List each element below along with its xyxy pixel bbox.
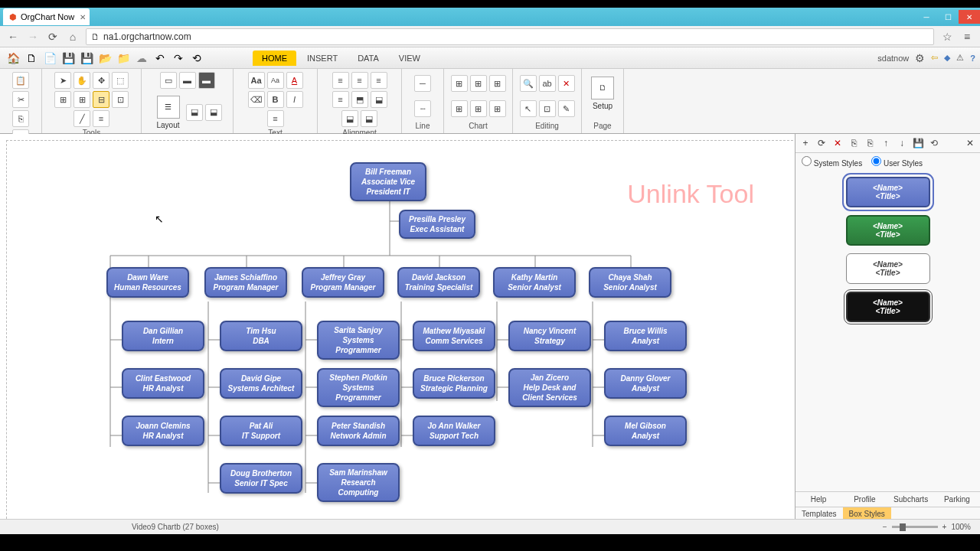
org-box[interactable]: Doug BrothertonSenior IT Spec xyxy=(220,463,302,494)
org-box[interactable]: Peter StandishNetwork Admin xyxy=(317,416,400,446)
org-box[interactable]: James SchiaffinoProgram Manager xyxy=(204,267,287,298)
move-tool[interactable]: ✥ xyxy=(93,72,109,89)
maximize-button[interactable]: ☐ xyxy=(937,10,959,24)
bold-button[interactable]: B xyxy=(267,91,284,108)
help-icon[interactable]: ? xyxy=(970,54,975,63)
close-window-button[interactable]: ✕ xyxy=(959,10,980,24)
chart-style5[interactable]: ⊞ xyxy=(470,100,487,117)
pan-tool[interactable]: ✋ xyxy=(74,72,90,89)
tab-insert[interactable]: INSERT xyxy=(298,51,347,66)
org-box[interactable]: Sam MarinshawResearch Computing xyxy=(317,463,400,502)
org-box[interactable]: Clint EastwoodHR Analyst xyxy=(122,368,204,399)
info-icon[interactable]: ◆ xyxy=(944,53,950,63)
browser-tab[interactable]: ⬢ OrgChart Now ✕ xyxy=(3,8,90,25)
refresh-style-button[interactable]: ⟳ xyxy=(815,136,828,150)
select-tool[interactable]: ⬚ xyxy=(112,72,129,89)
style-preview-white[interactable]: <Name><Title> xyxy=(846,253,930,284)
url-input[interactable]: 🗋 na1.orgchartnow.com xyxy=(86,28,934,45)
chart-style3[interactable]: ⊞ xyxy=(489,75,506,92)
zoom-in-button[interactable]: + xyxy=(942,523,947,531)
align-justify[interactable]: ≡ xyxy=(332,91,349,108)
folder-icon[interactable]: 📁 xyxy=(115,50,132,67)
style-preview-black[interactable]: <Name><Title> xyxy=(846,292,930,322)
org-box[interactable]: Danny GloverAnalyst xyxy=(604,368,687,399)
align-bottom[interactable]: ⬓ xyxy=(186,104,203,121)
org-box[interactable]: Dawn WareHuman Resources xyxy=(106,267,189,298)
export-icon[interactable]: ⇦ xyxy=(931,53,938,63)
org-box[interactable]: Mathew MiyasakiComm Services xyxy=(413,321,495,351)
org-box[interactable]: Bruce WillisAnalyst xyxy=(604,321,687,351)
style-preview-green[interactable]: <Name><Title> xyxy=(846,215,930,246)
valign-top[interactable]: ⬒ xyxy=(351,91,368,108)
org-box[interactable]: Pat AliIT Support xyxy=(220,416,302,446)
refresh-icon[interactable]: ⟲ xyxy=(188,50,205,67)
home-icon[interactable]: 🏠 xyxy=(5,50,21,67)
org-box[interactable]: Bill FreemanAssociate Vice President IT xyxy=(350,162,426,201)
user-styles-radio[interactable]: User Styles xyxy=(871,156,923,168)
valign-just[interactable]: ⬓ xyxy=(361,110,377,127)
zoom-out-button[interactable]: − xyxy=(883,523,887,531)
edit-tool[interactable]: ⊡ xyxy=(539,100,556,117)
canvas[interactable]: Unlink Tool Bill FreemanAssociate Vice P… xyxy=(0,134,795,520)
chart-style1[interactable]: ⊞ xyxy=(451,75,468,92)
org-box[interactable]: Dan GillianIntern xyxy=(122,321,204,351)
hier-tool[interactable]: ⊞ xyxy=(74,91,90,108)
chart-style4[interactable]: ⊞ xyxy=(451,100,468,117)
pencil-tool[interactable]: ✎ xyxy=(558,100,575,117)
reload-style-button[interactable]: ⟲ xyxy=(927,136,941,150)
tab-subcharts[interactable]: Subcharts xyxy=(888,492,934,507)
style-preview-blue[interactable]: <Name><Title> xyxy=(846,177,930,207)
org-box[interactable]: Nancy VincentStrategy xyxy=(508,321,591,351)
save-as-icon[interactable]: 💾 xyxy=(78,50,95,67)
org-box[interactable]: Bruce RickersonStrategic Planning xyxy=(413,368,495,399)
system-styles-radio[interactable]: System Styles xyxy=(802,156,862,168)
valign-bot[interactable]: ⬓ xyxy=(341,110,358,127)
select-arrow[interactable]: ↖ xyxy=(520,100,537,117)
font-shrink[interactable]: Aa xyxy=(267,72,284,89)
chart-style2[interactable]: ⊞ xyxy=(470,75,487,92)
font-color[interactable]: A xyxy=(286,72,303,89)
box-style3[interactable]: ▬ xyxy=(198,72,215,89)
bookmark-icon[interactable]: ☆ xyxy=(940,30,954,44)
paste-style-button[interactable]: ⎘ xyxy=(863,136,877,150)
open-icon[interactable]: 📄 xyxy=(41,50,58,67)
delete-button[interactable]: ✕ xyxy=(558,75,575,92)
browser-menu-icon[interactable]: ≡ xyxy=(960,30,974,44)
chart-style6[interactable]: ⊞ xyxy=(489,100,506,117)
save-style-button[interactable]: 💾 xyxy=(911,136,925,150)
save-icon[interactable]: 💾 xyxy=(60,50,77,67)
org-box[interactable]: Tim HsuDBA xyxy=(220,321,302,351)
down-style-button[interactable]: ↓ xyxy=(895,136,909,150)
org-box[interactable]: David GipeSystems Architect xyxy=(220,368,302,399)
zoom-slider[interactable] xyxy=(892,526,938,528)
tab-profile[interactable]: Profile xyxy=(841,492,887,507)
org-box[interactable]: Stephen PlotkinSystems Programmer xyxy=(317,368,400,407)
tab-help[interactable]: Help xyxy=(795,492,841,507)
up-style-button[interactable]: ↑ xyxy=(879,136,893,150)
close-panel-button[interactable]: ✕ xyxy=(963,136,977,150)
org-box[interactable]: Jeffrey GrayProgram Manager xyxy=(302,267,384,298)
page-setup-button[interactable]: 🗋 Setup xyxy=(587,72,618,114)
align-left[interactable]: ≡ xyxy=(332,72,349,89)
delete-style-button[interactable]: ✕ xyxy=(831,136,844,150)
clear-format[interactable]: ⌫ xyxy=(248,91,265,108)
align-bottom2[interactable]: ⬓ xyxy=(205,104,222,121)
line-solid[interactable]: ─ xyxy=(414,75,431,92)
org-box[interactable]: Jan ZiceroHelp Desk and Client Services xyxy=(508,368,591,407)
line-dash[interactable]: ┄ xyxy=(414,100,431,117)
valign-mid[interactable]: ⬓ xyxy=(371,91,387,108)
close-tab-icon[interactable]: ✕ xyxy=(80,13,86,21)
folder-open-icon[interactable]: 📂 xyxy=(96,50,113,67)
text-format[interactable]: ≡ xyxy=(267,110,284,127)
paste-button[interactable]: 📋 xyxy=(12,72,29,89)
align-center[interactable]: ≡ xyxy=(351,72,368,89)
unlink-tool[interactable]: ⊟ xyxy=(93,91,109,108)
tab-parking[interactable]: Parking xyxy=(934,492,980,507)
add-style-button[interactable]: + xyxy=(799,136,812,150)
font-grow[interactable]: Aa xyxy=(248,72,265,89)
tab-view[interactable]: VIEW xyxy=(390,51,430,66)
tab-data[interactable]: DATA xyxy=(348,51,388,66)
back-button[interactable]: ← xyxy=(6,30,20,44)
org-box[interactable]: Presilla PresleyExec Assistant xyxy=(399,210,475,239)
box-style2[interactable]: ▬ xyxy=(179,72,196,89)
